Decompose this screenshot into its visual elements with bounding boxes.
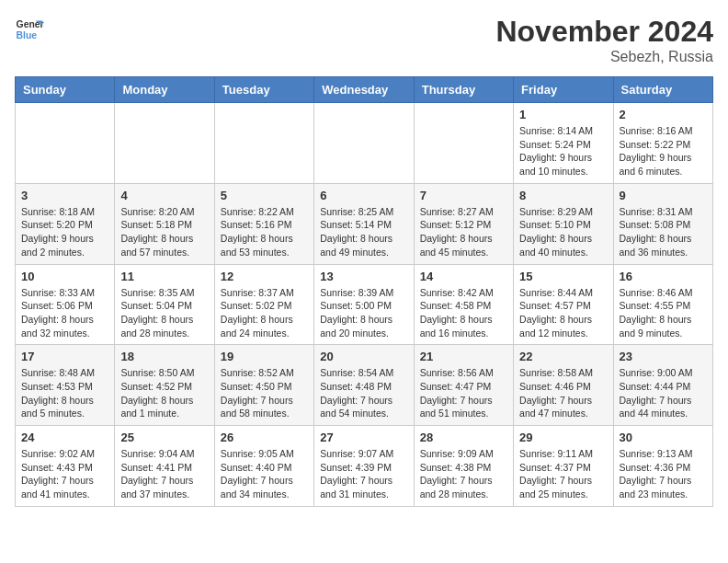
day-info: Sunrise: 8:22 AM Sunset: 5:16 PM Dayligh… (221, 205, 308, 259)
calendar-week-row: 24Sunrise: 9:02 AM Sunset: 4:43 PM Dayli… (16, 426, 713, 507)
weekday-header-cell: Saturday (613, 77, 712, 103)
day-info: Sunrise: 8:39 AM Sunset: 5:00 PM Dayligh… (320, 286, 407, 340)
day-number: 6 (320, 189, 407, 202)
calendar-day-cell: 2Sunrise: 8:16 AM Sunset: 5:22 PM Daylig… (613, 103, 712, 184)
weekday-header-cell: Monday (115, 77, 214, 103)
day-number: 13 (320, 270, 407, 283)
calendar-day-cell (414, 103, 513, 184)
svg-text:Blue: Blue (17, 30, 38, 40)
day-number: 26 (221, 431, 308, 444)
calendar-day-cell: 5Sunrise: 8:22 AM Sunset: 5:16 PM Daylig… (214, 183, 313, 264)
calendar-day-cell (16, 103, 115, 184)
day-number: 4 (120, 189, 208, 202)
day-info: Sunrise: 8:27 AM Sunset: 5:12 PM Dayligh… (420, 205, 507, 259)
day-number: 19 (221, 350, 308, 363)
day-info: Sunrise: 8:25 AM Sunset: 5:14 PM Dayligh… (320, 205, 407, 259)
day-number: 1 (519, 108, 607, 121)
calendar-body: 1Sunrise: 8:14 AM Sunset: 5:24 PM Daylig… (16, 103, 713, 507)
weekday-header-cell: Tuesday (214, 77, 313, 103)
day-info: Sunrise: 8:42 AM Sunset: 4:58 PM Dayligh… (420, 286, 507, 340)
day-number: 3 (21, 189, 108, 202)
calendar-day-cell: 19Sunrise: 8:52 AM Sunset: 4:50 PM Dayli… (214, 345, 313, 426)
day-info: Sunrise: 8:48 AM Sunset: 4:53 PM Dayligh… (21, 366, 108, 420)
day-info: Sunrise: 8:44 AM Sunset: 4:57 PM Dayligh… (519, 286, 607, 340)
calendar-day-cell: 18Sunrise: 8:50 AM Sunset: 4:52 PM Dayli… (115, 345, 214, 426)
weekday-header-cell: Thursday (414, 77, 513, 103)
day-number: 29 (519, 431, 607, 444)
day-number: 18 (120, 350, 208, 363)
calendar-day-cell (214, 103, 313, 184)
weekday-header-cell: Friday (514, 77, 613, 103)
calendar-day-cell: 3Sunrise: 8:18 AM Sunset: 5:20 PM Daylig… (16, 183, 115, 264)
calendar-day-cell: 1Sunrise: 8:14 AM Sunset: 5:24 PM Daylig… (514, 103, 613, 184)
calendar-day-cell: 16Sunrise: 8:46 AM Sunset: 4:55 PM Dayli… (613, 264, 712, 345)
calendar-day-cell: 9Sunrise: 8:31 AM Sunset: 5:08 PM Daylig… (613, 183, 712, 264)
calendar-day-cell: 30Sunrise: 9:13 AM Sunset: 4:36 PM Dayli… (613, 426, 712, 507)
day-number: 20 (320, 350, 407, 363)
calendar-day-cell: 11Sunrise: 8:35 AM Sunset: 5:04 PM Dayli… (115, 264, 214, 345)
day-number: 30 (620, 431, 707, 444)
calendar-day-cell: 15Sunrise: 8:44 AM Sunset: 4:57 PM Dayli… (514, 264, 613, 345)
day-info: Sunrise: 8:58 AM Sunset: 4:46 PM Dayligh… (519, 366, 607, 420)
day-info: Sunrise: 8:31 AM Sunset: 5:08 PM Dayligh… (620, 205, 707, 259)
day-number: 8 (519, 189, 607, 202)
weekday-header-row: SundayMondayTuesdayWednesdayThursdayFrid… (16, 77, 713, 103)
day-number: 15 (519, 270, 607, 283)
day-info: Sunrise: 8:14 AM Sunset: 5:24 PM Dayligh… (519, 124, 607, 178)
day-number: 12 (221, 270, 308, 283)
calendar-day-cell: 26Sunrise: 9:05 AM Sunset: 4:40 PM Dayli… (214, 426, 313, 507)
day-info: Sunrise: 9:02 AM Sunset: 4:43 PM Dayligh… (21, 447, 108, 501)
day-info: Sunrise: 9:11 AM Sunset: 4:37 PM Dayligh… (519, 447, 607, 501)
calendar-day-cell: 17Sunrise: 8:48 AM Sunset: 4:53 PM Dayli… (16, 345, 115, 426)
location: Sebezh, Russia (495, 49, 713, 65)
day-info: Sunrise: 9:13 AM Sunset: 4:36 PM Dayligh… (620, 447, 707, 501)
month-title: November 2024 (495, 15, 713, 49)
day-number: 10 (21, 270, 108, 283)
day-info: Sunrise: 8:16 AM Sunset: 5:22 PM Dayligh… (620, 124, 707, 178)
calendar-day-cell: 13Sunrise: 8:39 AM Sunset: 5:00 PM Dayli… (314, 264, 414, 345)
calendar-day-cell: 8Sunrise: 8:29 AM Sunset: 5:10 PM Daylig… (514, 183, 613, 264)
calendar-day-cell: 27Sunrise: 9:07 AM Sunset: 4:39 PM Dayli… (314, 426, 414, 507)
calendar-week-row: 10Sunrise: 8:33 AM Sunset: 5:06 PM Dayli… (16, 264, 713, 345)
calendar-day-cell (314, 103, 414, 184)
calendar-day-cell: 4Sunrise: 8:20 AM Sunset: 5:18 PM Daylig… (115, 183, 214, 264)
calendar-day-cell: 14Sunrise: 8:42 AM Sunset: 4:58 PM Dayli… (414, 264, 513, 345)
day-number: 21 (420, 350, 507, 363)
day-number: 22 (519, 350, 607, 363)
calendar-day-cell: 25Sunrise: 9:04 AM Sunset: 4:41 PM Dayli… (115, 426, 214, 507)
day-number: 24 (21, 431, 108, 444)
logo: General Blue (15, 15, 44, 44)
logo-icon: General Blue (15, 15, 44, 44)
calendar-week-row: 3Sunrise: 8:18 AM Sunset: 5:20 PM Daylig… (16, 183, 713, 264)
day-number: 2 (620, 108, 707, 121)
day-info: Sunrise: 8:50 AM Sunset: 4:52 PM Dayligh… (120, 366, 208, 420)
day-info: Sunrise: 8:52 AM Sunset: 4:50 PM Dayligh… (221, 366, 308, 420)
calendar-day-cell: 23Sunrise: 9:00 AM Sunset: 4:44 PM Dayli… (613, 345, 712, 426)
day-info: Sunrise: 8:37 AM Sunset: 5:02 PM Dayligh… (221, 286, 308, 340)
day-number: 9 (620, 189, 707, 202)
day-info: Sunrise: 9:09 AM Sunset: 4:38 PM Dayligh… (420, 447, 507, 501)
calendar-day-cell: 21Sunrise: 8:56 AM Sunset: 4:47 PM Dayli… (414, 345, 513, 426)
day-info: Sunrise: 9:07 AM Sunset: 4:39 PM Dayligh… (320, 447, 407, 501)
day-info: Sunrise: 9:05 AM Sunset: 4:40 PM Dayligh… (221, 447, 308, 501)
day-number: 5 (221, 189, 308, 202)
day-info: Sunrise: 8:20 AM Sunset: 5:18 PM Dayligh… (120, 205, 208, 259)
day-info: Sunrise: 8:54 AM Sunset: 4:48 PM Dayligh… (320, 366, 407, 420)
calendar-week-row: 17Sunrise: 8:48 AM Sunset: 4:53 PM Dayli… (16, 345, 713, 426)
calendar-day-cell: 10Sunrise: 8:33 AM Sunset: 5:06 PM Dayli… (16, 264, 115, 345)
day-info: Sunrise: 8:56 AM Sunset: 4:47 PM Dayligh… (420, 366, 507, 420)
weekday-header-cell: Wednesday (314, 77, 414, 103)
calendar-day-cell: 29Sunrise: 9:11 AM Sunset: 4:37 PM Dayli… (514, 426, 613, 507)
calendar-day-cell: 12Sunrise: 8:37 AM Sunset: 5:02 PM Dayli… (214, 264, 313, 345)
day-info: Sunrise: 8:33 AM Sunset: 5:06 PM Dayligh… (21, 286, 108, 340)
calendar-day-cell: 7Sunrise: 8:27 AM Sunset: 5:12 PM Daylig… (414, 183, 513, 264)
calendar-day-cell: 6Sunrise: 8:25 AM Sunset: 5:14 PM Daylig… (314, 183, 414, 264)
day-number: 11 (120, 270, 208, 283)
day-number: 7 (420, 189, 507, 202)
day-number: 16 (620, 270, 707, 283)
calendar-day-cell: 28Sunrise: 9:09 AM Sunset: 4:38 PM Dayli… (414, 426, 513, 507)
day-info: Sunrise: 9:04 AM Sunset: 4:41 PM Dayligh… (120, 447, 208, 501)
calendar-day-cell: 22Sunrise: 8:58 AM Sunset: 4:46 PM Dayli… (514, 345, 613, 426)
calendar-day-cell: 20Sunrise: 8:54 AM Sunset: 4:48 PM Dayli… (314, 345, 414, 426)
calendar-day-cell (115, 103, 214, 184)
